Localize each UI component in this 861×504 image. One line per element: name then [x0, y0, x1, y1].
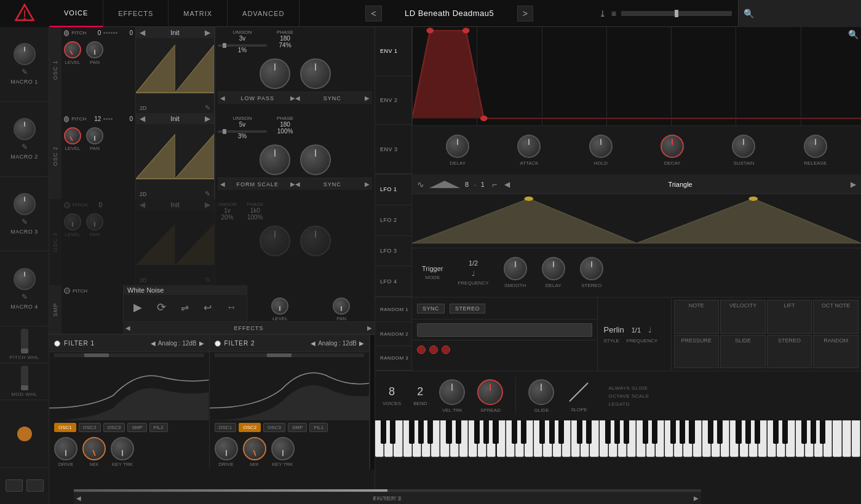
piano-black-key[interactable]	[558, 420, 564, 444]
filter-2-osc3-btn[interactable]: OSC3	[263, 423, 285, 432]
filter-1-smp-btn[interactable]: SMP	[127, 423, 146, 432]
macro-3-knob[interactable]	[14, 193, 36, 215]
filter-2-osc2-btn[interactable]: OSC2	[239, 423, 261, 432]
filter-scrollbar[interactable]	[370, 335, 375, 470]
piano-black-key[interactable]	[614, 420, 620, 444]
note-btn[interactable]: NOTE	[674, 300, 720, 334]
env-search-icon[interactable]: 🔍	[848, 30, 859, 39]
panel-btn-2[interactable]	[26, 479, 44, 492]
piano-black-key[interactable]	[577, 420, 582, 444]
env-attack-knob[interactable]	[517, 135, 541, 158]
osc-1-lp-prev[interactable]: ◀	[220, 95, 225, 101]
filter-2-keytrk-knob[interactable]	[271, 437, 295, 460]
pitch-wheel[interactable]: PITCH WHL	[0, 326, 49, 363]
export-icon[interactable]: ⤓	[599, 9, 606, 18]
osc-1-big-knob-2[interactable]	[300, 58, 331, 89]
env-release-knob[interactable]	[804, 135, 827, 158]
env-hold-knob[interactable]	[589, 135, 613, 158]
tab-effects[interactable]: EFFECTS	[103, 0, 169, 27]
piano-black-key[interactable]	[521, 420, 526, 444]
osc-2-big-knob-2[interactable]	[300, 144, 331, 175]
macro-3-edit-icon[interactable]: ✎	[22, 218, 28, 226]
lfo-2-label[interactable]: LFO 2	[375, 205, 411, 236]
piano-black-key[interactable]	[446, 420, 451, 444]
filter-1-active-dot[interactable]	[54, 341, 60, 347]
piano-black-key[interactable]	[624, 420, 629, 444]
random-dot-3[interactable]	[442, 345, 450, 354]
menu-icon[interactable]: ≡	[611, 9, 616, 18]
glide-knob[interactable]	[528, 379, 554, 405]
piano-black-key[interactable]	[717, 420, 723, 444]
random-3-label[interactable]: RANDOM 3	[375, 346, 411, 371]
piano-black-key[interactable]	[539, 420, 545, 444]
env-2-label[interactable]: ENV 2	[375, 76, 411, 125]
piano-black-key[interactable]	[670, 420, 676, 444]
piano-black-key[interactable]	[689, 420, 694, 444]
tab-advanced[interactable]: ADVANCED	[228, 0, 300, 27]
filter-1-drive-knob[interactable]	[54, 437, 77, 460]
macro-2-edit-icon[interactable]: ✎	[22, 143, 28, 151]
piano-black-key[interactable]	[409, 420, 415, 444]
piano-black-key[interactable]	[736, 420, 741, 444]
osc-2-sync-prev[interactable]: ◀	[295, 181, 300, 187]
osc-2-lp-next[interactable]: ▶	[290, 181, 295, 187]
piano-black-key[interactable]	[820, 420, 825, 444]
filter-2-osc1-btn[interactable]: OSC1	[215, 423, 237, 432]
piano-white-key[interactable]	[833, 420, 841, 457]
osc-2-wave-next[interactable]: ▶	[205, 114, 210, 123]
macro-1-edit-icon[interactable]: ✎	[22, 68, 28, 76]
piano-black-key[interactable]	[801, 420, 807, 444]
osc-2-level-knob[interactable]	[64, 127, 81, 144]
smp-level-knob[interactable]	[271, 297, 288, 315]
piano-black-key[interactable]	[782, 420, 788, 444]
smp-loop-icon[interactable]: ⟳	[157, 301, 166, 314]
osc-1-level-knob[interactable]	[64, 41, 81, 58]
smp-filter-next[interactable]: ▶	[367, 325, 372, 331]
piano-black-key[interactable]	[381, 420, 386, 444]
smp-shuffle-icon[interactable]: ⇌	[181, 302, 189, 313]
env-delay-knob[interactable]	[446, 135, 469, 158]
lfo-shape-next[interactable]: ▶	[851, 180, 856, 189]
macro-4-edit-icon[interactable]: ✎	[22, 293, 28, 301]
osc-1-sync-next[interactable]: ▶	[365, 95, 370, 101]
filter-2-display-slider[interactable]	[215, 353, 365, 357]
smp-play-icon[interactable]: ▶	[133, 301, 142, 314]
lfo-wave-icon[interactable]: ∿	[417, 179, 424, 189]
lfo-shape-prev[interactable]: ◀	[504, 180, 510, 189]
osc-3-filter-next[interactable]: ▶	[694, 495, 699, 502]
legato-opt[interactable]: LEGATO	[608, 401, 649, 407]
smp-active-dot[interactable]	[64, 288, 70, 294]
random-1-label[interactable]: RANDOM 1	[375, 297, 411, 322]
macro-4-knob[interactable]	[14, 268, 36, 290]
piano-black-key[interactable]	[493, 420, 498, 444]
velocity-btn[interactable]: VELOCITY	[720, 300, 766, 334]
filter-1-display-slider[interactable]	[54, 353, 204, 357]
osc-3-wave-next[interactable]: ▶	[205, 200, 210, 209]
piano-black-key[interactable]	[643, 420, 648, 444]
filter-2-mix-knob[interactable]	[243, 437, 266, 460]
osc-2-pan-knob[interactable]	[86, 127, 103, 144]
piano-black-key[interactable]	[456, 420, 461, 444]
env-1-label[interactable]: ENV 1	[375, 27, 411, 76]
random-btn[interactable]: RANDOM	[813, 335, 859, 369]
piano-black-key[interactable]	[586, 420, 592, 444]
piano-black-key[interactable]	[427, 420, 433, 444]
macro-2-knob[interactable]	[14, 118, 36, 140]
filter-2-type-next[interactable]: ▶	[359, 340, 364, 347]
piano-black-key[interactable]	[745, 420, 751, 444]
stereo-btn[interactable]: STEREO	[767, 335, 812, 369]
osc-2-wave-prev[interactable]: ◀	[140, 114, 145, 123]
osc-2-unison-slider[interactable]	[218, 130, 267, 133]
osc-3-big-knob-2[interactable]	[300, 226, 331, 256]
osc-3-level-knob[interactable]	[64, 213, 81, 230]
piano-black-key[interactable]	[474, 420, 480, 444]
smp-expand-icon[interactable]: ↔	[226, 302, 236, 313]
filter-1-osc3-btn[interactable]: OSC3	[103, 423, 125, 432]
sun-icon[interactable]	[17, 427, 32, 441]
osc-2-active-dot[interactable]	[64, 116, 69, 122]
always-glide-opt[interactable]: ALWAYS GLIDE	[608, 385, 649, 391]
osc-3-filter-prev[interactable]: ◀	[76, 495, 81, 502]
filter-1-keytrk-knob[interactable]	[111, 437, 134, 460]
osc-3-wave-prev[interactable]: ◀	[140, 200, 145, 209]
pressure-btn[interactable]: PRESSURE	[674, 335, 720, 369]
